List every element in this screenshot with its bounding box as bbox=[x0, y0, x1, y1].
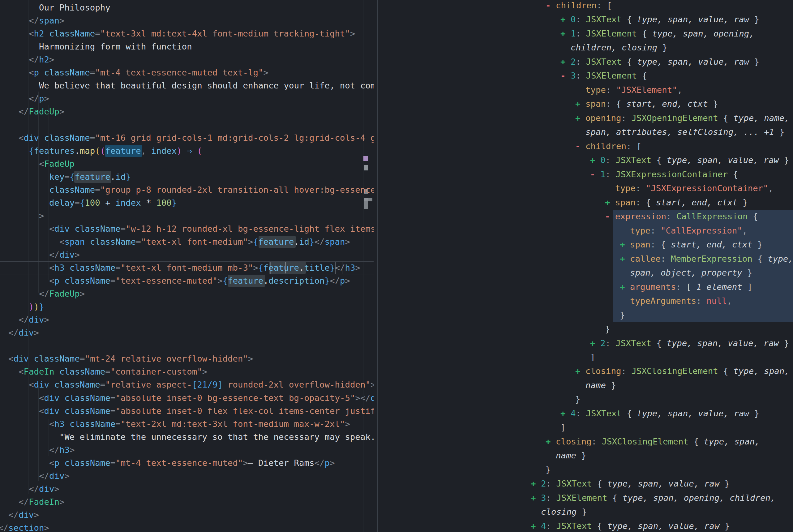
code-line[interactable]: We believe that beautiful design should … bbox=[0, 79, 374, 92]
ast-line[interactable]: + 0: JSXText { type, span, value, raw } bbox=[590, 153, 789, 167]
pane-divider[interactable] bbox=[377, 0, 378, 532]
expand-toggle-icon[interactable]: + bbox=[560, 29, 570, 38]
code-line[interactable]: <div className="absolute inset-0 flex fl… bbox=[0, 404, 374, 418]
editor-text-area[interactable]: Our Philosophy </span> <h2 className="te… bbox=[0, 0, 374, 532]
code-line[interactable]: </div> bbox=[0, 326, 39, 339]
ast-line[interactable]: name } bbox=[546, 449, 586, 463]
code-line[interactable]: {features.map((feature, index) ⇒ ( bbox=[0, 145, 202, 157]
expand-toggle-icon[interactable]: + bbox=[590, 155, 600, 165]
code-line[interactable]: </FadeIn> bbox=[0, 495, 64, 509]
editor-pane[interactable]: Our Philosophy </span> <h2 className="te… bbox=[0, 0, 377, 532]
scrollbar-thumb[interactable] bbox=[364, 198, 368, 209]
code-line[interactable]: > bbox=[0, 209, 44, 222]
code-line[interactable]: </FadeUp> bbox=[0, 287, 85, 300]
expand-toggle-icon[interactable]: + bbox=[560, 57, 570, 66]
ast-line[interactable]: type: "CallExpression", bbox=[620, 224, 747, 238]
code-line[interactable]: className="group p-8 rounded-2xl transit… bbox=[0, 184, 374, 196]
ast-line[interactable]: ] bbox=[590, 350, 595, 364]
ast-line[interactable]: + span: { start, end, ctxt } bbox=[605, 195, 748, 210]
ast-line[interactable]: + span: { start, end, ctxt } bbox=[620, 238, 763, 252]
code-line[interactable]: </div> bbox=[0, 470, 70, 482]
ast-line[interactable]: - expression: CallExpression { bbox=[605, 209, 758, 224]
collapse-toggle-icon[interactable]: - bbox=[560, 71, 570, 80]
expand-toggle-icon[interactable]: + bbox=[560, 15, 570, 24]
expand-toggle-icon[interactable]: + bbox=[575, 99, 585, 109]
ast-line[interactable]: } bbox=[620, 308, 625, 322]
code-line[interactable]: </span> bbox=[0, 14, 64, 27]
expand-toggle-icon[interactable]: + bbox=[575, 113, 585, 123]
ast-line[interactable]: } bbox=[575, 392, 581, 406]
ast-line[interactable]: + 2: JSXText { type, span, value, raw } bbox=[531, 477, 730, 491]
ast-line[interactable]: ] bbox=[560, 420, 566, 435]
code-line[interactable]: <p className="mt-4 text-essence-muted">–… bbox=[0, 457, 335, 470]
expand-toggle-icon[interactable]: + bbox=[620, 240, 630, 249]
ast-line[interactable]: + closing: JSXClosingElement { type, spa… bbox=[575, 364, 790, 378]
ast-line[interactable]: span, object, property } bbox=[620, 266, 753, 280]
ast-line[interactable]: + 4: JSXText { type, span, value, raw } bbox=[560, 406, 759, 421]
ast-line[interactable]: + 0: JSXText { type, span, value, raw } bbox=[560, 12, 759, 26]
ast-line[interactable]: closing } bbox=[531, 505, 587, 519]
ast-line[interactable]: + 4: JSXText { type, span, value, raw } bbox=[531, 519, 730, 532]
ast-line[interactable]: span, attributes, selfClosing, ... +1 } bbox=[575, 125, 784, 139]
code-line[interactable]: key={feature.id} bbox=[0, 170, 131, 184]
ast-line[interactable]: + 2: JSXText { type, span, value, raw } bbox=[560, 55, 759, 69]
code-line[interactable]: ))} bbox=[0, 300, 44, 313]
ast-line[interactable]: + closing: JSXClosingElement { type, spa… bbox=[546, 435, 760, 449]
ast-line[interactable]: + arguments: [ 1 element ] bbox=[620, 280, 753, 294]
code-line[interactable]: "We eliminate the unnecessary so that th… bbox=[0, 431, 374, 443]
code-line[interactable]: <div className="mt-24 relative overflow-… bbox=[0, 352, 253, 365]
collapse-toggle-icon[interactable]: - bbox=[575, 141, 585, 151]
ast-line[interactable]: } bbox=[546, 463, 551, 477]
collapse-toggle-icon[interactable]: - bbox=[546, 1, 556, 10]
code-line[interactable]: <p className="text-essence-muted">{featu… bbox=[0, 274, 350, 287]
code-line[interactable]: <div className="w-12 h-12 rounded-xl bg-… bbox=[0, 222, 374, 235]
ast-line[interactable]: - children: [ bbox=[575, 139, 641, 153]
expand-toggle-icon[interactable]: + bbox=[531, 493, 541, 502]
code-line[interactable]: </section> bbox=[0, 521, 49, 532]
code-line[interactable]: <p className="mt-4 text-essence-muted te… bbox=[0, 66, 268, 79]
expand-toggle-icon[interactable]: + bbox=[575, 366, 585, 376]
code-line[interactable]: <span className="text-xl font-medium">{f… bbox=[0, 235, 350, 248]
ast-line[interactable]: - children: [ bbox=[546, 0, 612, 13]
expand-toggle-icon[interactable]: + bbox=[546, 437, 556, 446]
code-line[interactable]: <FadeUp bbox=[0, 157, 75, 170]
code-line[interactable]: <FadeIn className="container-custom"> bbox=[0, 365, 207, 378]
expand-toggle-icon[interactable]: + bbox=[620, 254, 630, 264]
code-line[interactable]: </div> bbox=[0, 509, 39, 521]
code-line[interactable]: </FadeUp> bbox=[0, 105, 64, 118]
expand-toggle-icon[interactable]: + bbox=[560, 408, 570, 418]
collapse-toggle-icon[interactable]: - bbox=[605, 212, 615, 221]
expand-toggle-icon[interactable]: + bbox=[531, 521, 541, 531]
code-line[interactable]: <div className="relative aspect-[21/9] r… bbox=[0, 378, 374, 391]
code-line[interactable]: Our Philosophy bbox=[0, 1, 111, 14]
expand-toggle-icon[interactable]: + bbox=[605, 198, 615, 207]
code-line[interactable]: </div> bbox=[0, 482, 59, 495]
code-line[interactable]: Harmonizing form with function bbox=[0, 40, 192, 53]
code-line[interactable]: </h3> bbox=[0, 443, 75, 457]
code-line[interactable]: </div> bbox=[0, 248, 80, 261]
code-line[interactable]: <h3 className="text-2xl md:text-3xl font… bbox=[0, 418, 350, 431]
ast-line[interactable]: + span: { start, end, ctxt } bbox=[575, 97, 718, 111]
code-line[interactable]: </h2> bbox=[0, 53, 54, 66]
ast-pane[interactable]: - children: [+ 0: JSXText { type, span, … bbox=[378, 0, 793, 532]
ast-line[interactable]: } bbox=[605, 322, 610, 336]
code-line[interactable]: <h3 className="text-xl font-medium mb-3"… bbox=[0, 261, 360, 274]
ast-line[interactable]: children, closing } bbox=[560, 40, 668, 55]
code-line[interactable]: <div className="absolute inset-0 bg-esse… bbox=[0, 392, 374, 404]
expand-toggle-icon[interactable]: + bbox=[590, 338, 600, 348]
collapse-toggle-icon[interactable]: - bbox=[590, 170, 600, 179]
ast-line[interactable]: - 3: JSXElement { bbox=[560, 69, 647, 83]
ast-line[interactable]: + 3: JSXElement { type, span, opening, c… bbox=[531, 491, 776, 505]
expand-toggle-icon[interactable]: + bbox=[620, 282, 630, 292]
ast-line[interactable]: - 1: JSXExpressionContainer { bbox=[590, 167, 738, 182]
code-line[interactable]: <div className="mt-16 grid grid-cols-1 m… bbox=[0, 131, 374, 145]
ast-line[interactable]: type: "JSXExpressionContainer", bbox=[605, 181, 773, 195]
code-line[interactable]: delay={100 + index * 100} bbox=[0, 196, 177, 209]
ast-line[interactable]: + callee: MemberExpression { type, bbox=[620, 252, 793, 266]
ast-line[interactable]: + opening: JSXOpeningElement { type, nam… bbox=[575, 111, 790, 125]
ast-line[interactable]: + 2: JSXText { type, span, value, raw } bbox=[590, 336, 789, 350]
expand-toggle-icon[interactable]: + bbox=[531, 479, 541, 488]
ast-line[interactable]: name } bbox=[575, 378, 616, 393]
ast-line[interactable]: typeArguments: null, bbox=[620, 294, 732, 308]
ast-line[interactable]: type: "JSXElement", bbox=[575, 83, 682, 97]
